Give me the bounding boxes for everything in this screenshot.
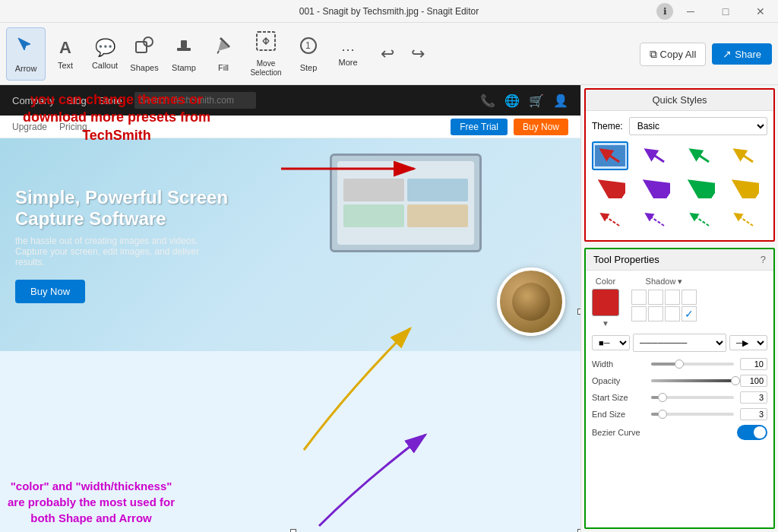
shadow-cell-4[interactable] bbox=[682, 290, 697, 305]
shadow-label[interactable]: Shadow ▾ bbox=[631, 277, 697, 287]
info-button[interactable]: ℹ bbox=[656, 3, 673, 20]
callout-icon: 💬 bbox=[95, 38, 115, 58]
svg-line-23 bbox=[646, 182, 664, 194]
coffee-cup bbox=[497, 268, 565, 336]
right-panel: Quick Styles Theme: Basic Modern Classic bbox=[580, 85, 778, 532]
svg-line-35 bbox=[735, 214, 753, 226]
style-item-2[interactable] bbox=[637, 141, 673, 170]
color-dropdown-arrow[interactable]: ▼ bbox=[592, 319, 619, 328]
share-button[interactable]: ↗ Share bbox=[712, 43, 772, 65]
stamp-tool[interactable]: Stamp bbox=[164, 27, 204, 81]
line-thickness-container: ──────── ━━━━━━ bbox=[633, 334, 726, 352]
stamp-icon bbox=[174, 36, 194, 60]
arrow-tool[interactable]: Arrow bbox=[6, 27, 46, 81]
opacity-input[interactable] bbox=[740, 375, 767, 387]
style-item-3[interactable] bbox=[682, 141, 718, 170]
more-tools-icon: ⋯ bbox=[341, 41, 355, 58]
stamp-tool-label: Stamp bbox=[172, 63, 196, 72]
shadow-cell-2[interactable] bbox=[648, 290, 663, 305]
width-label: Width bbox=[592, 359, 645, 369]
close-button[interactable]: ✕ bbox=[743, 0, 778, 23]
callout-tool-label: Callout bbox=[92, 61, 118, 70]
shapes-tool[interactable]: Shapes bbox=[125, 27, 164, 81]
quick-styles-panel: Quick Styles Theme: Basic Modern Classic bbox=[584, 88, 775, 242]
style-grid bbox=[592, 141, 767, 234]
shadow-cell-5[interactable] bbox=[631, 306, 647, 321]
arrow-end-select[interactable]: ─▶ ─▷ ─◆ bbox=[729, 335, 767, 350]
style-item-11[interactable] bbox=[682, 205, 718, 234]
step-tool-label: Step bbox=[300, 63, 318, 72]
undo-button[interactable]: ↩ bbox=[374, 27, 401, 81]
opacity-slider[interactable] bbox=[651, 379, 734, 382]
svg-rect-0 bbox=[136, 42, 147, 52]
maximize-button[interactable]: □ bbox=[708, 0, 743, 23]
laptop-mockup bbox=[330, 154, 482, 252]
start-size-slider[interactable] bbox=[651, 396, 734, 399]
theme-row: Theme: Basic Modern Classic bbox=[592, 117, 767, 135]
canvas-resize-handle-bottom[interactable] bbox=[290, 529, 296, 532]
more-tools-button[interactable]: ⋯ More bbox=[328, 27, 368, 81]
undo-icon: ↩ bbox=[381, 44, 394, 64]
svg-line-33 bbox=[691, 214, 709, 226]
tool-properties-panel: Tool Properties ? Color ▼ Shadow ▾ bbox=[584, 248, 775, 529]
svg-line-29 bbox=[601, 214, 619, 226]
fill-tool[interactable]: Fill bbox=[204, 27, 243, 81]
style-item-7[interactable] bbox=[682, 173, 718, 202]
style-item-10[interactable] bbox=[637, 205, 673, 234]
style-item-12[interactable] bbox=[726, 205, 762, 234]
tool-properties-header: Tool Properties ? bbox=[586, 249, 773, 271]
nav-blog: Blog bbox=[67, 95, 87, 106]
color-section: Color ▼ bbox=[592, 277, 619, 328]
width-slider[interactable] bbox=[651, 363, 734, 366]
line-cap-select[interactable]: ■─ ●─ bbox=[592, 335, 630, 350]
style-item-5[interactable] bbox=[592, 173, 628, 202]
shadow-cell-1[interactable] bbox=[631, 290, 647, 305]
minimize-button[interactable]: ─ bbox=[673, 0, 708, 23]
redo-button[interactable]: ↪ bbox=[404, 27, 432, 81]
svg-line-19 bbox=[735, 150, 753, 162]
svg-line-25 bbox=[691, 182, 709, 194]
main-area: Company Blog Store 📞🌐🛒👤 Upgrade Pricing … bbox=[0, 85, 778, 532]
copy-all-button[interactable]: ⧉ Copy All bbox=[640, 43, 707, 66]
start-size-input[interactable] bbox=[740, 391, 767, 404]
shadow-cell-3[interactable] bbox=[665, 290, 680, 305]
text-tool[interactable]: A Text bbox=[46, 27, 85, 81]
style-item-6[interactable] bbox=[637, 173, 673, 202]
move-selection-label: Move Selection bbox=[246, 59, 286, 78]
arrow-icon bbox=[15, 35, 36, 61]
canvas-resize-handle-corner[interactable] bbox=[577, 529, 580, 532]
svg-line-17 bbox=[691, 150, 709, 162]
window-title: 001 - Snagit by Techsmith.jpg - Snagit E… bbox=[299, 6, 479, 17]
shadow-section: Shadow ▾ ✓ bbox=[631, 277, 697, 328]
canvas-resize-handle-right[interactable] bbox=[577, 309, 580, 315]
step-tool[interactable]: 1 Step bbox=[289, 27, 328, 81]
props-help[interactable]: ? bbox=[761, 254, 766, 265]
theme-dropdown[interactable]: Basic Modern Classic bbox=[629, 117, 767, 135]
shadow-grid: ✓ bbox=[631, 290, 697, 321]
move-selection-tool[interactable]: Move Selection bbox=[243, 27, 289, 81]
line-style-row: ■─ ●─ ──────── ━━━━━━ ─▶ ─▷ ─◆ bbox=[592, 334, 767, 352]
style-item-9[interactable] bbox=[592, 205, 628, 234]
text-icon: A bbox=[59, 38, 71, 58]
shadow-cell-6[interactable] bbox=[648, 306, 663, 321]
shapes-icon bbox=[134, 36, 154, 60]
style-item-1[interactable] bbox=[592, 141, 628, 170]
shadow-cell-8-checked[interactable]: ✓ bbox=[682, 306, 697, 321]
canvas-area[interactable]: Company Blog Store 📞🌐🛒👤 Upgrade Pricing … bbox=[0, 85, 580, 532]
color-swatch[interactable] bbox=[592, 289, 619, 316]
opacity-label: Opacity bbox=[592, 376, 645, 385]
svg-line-31 bbox=[646, 214, 664, 226]
width-input[interactable] bbox=[740, 358, 767, 370]
end-size-input[interactable] bbox=[740, 408, 767, 420]
window-controls: ─ □ ✕ bbox=[673, 0, 778, 23]
style-item-8[interactable] bbox=[726, 173, 762, 202]
style-item-4[interactable] bbox=[726, 141, 762, 170]
shadow-cell-7[interactable] bbox=[665, 306, 680, 321]
bezier-label: Bezier Curve bbox=[592, 428, 645, 437]
start-size-label: Start Size bbox=[592, 393, 645, 402]
line-thickness-select[interactable]: ──────── ━━━━━━ bbox=[633, 334, 726, 352]
end-size-slider[interactable] bbox=[651, 413, 734, 416]
toolbar: Arrow A Text 💬 Callout Shapes Stamp Fill… bbox=[0, 23, 778, 85]
bezier-toggle[interactable] bbox=[737, 425, 767, 440]
callout-tool[interactable]: 💬 Callout bbox=[85, 27, 125, 81]
